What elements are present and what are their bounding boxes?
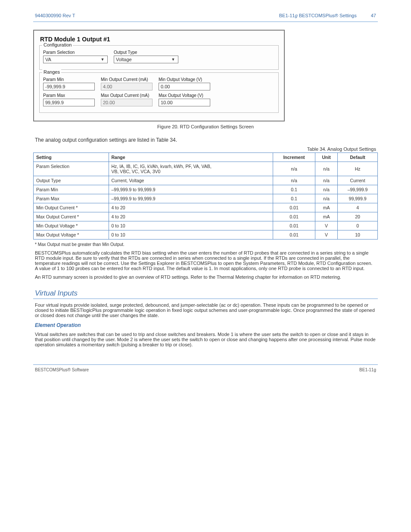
table-row: Param Min–99,999.9 to 99,999.90.1n/a–99,…: [34, 185, 378, 194]
chevron-down-icon: ▼: [170, 57, 176, 62]
table-row: Max Output Voltage *0 to 100.01V10: [34, 230, 378, 240]
th-setting: Setting: [34, 153, 109, 162]
max-voltage-label: Max Output Voltage (V): [159, 93, 210, 98]
min-current-label: Min Output Current (mA): [101, 77, 153, 82]
group-configuration: Configuration Param Selection VA ▼ Outpu…: [39, 45, 279, 70]
min-current-input: 4.00: [101, 83, 153, 90]
table-footnote: * Max Output must be greater than Min Ou…: [35, 242, 376, 247]
chevron-down-icon: ▼: [100, 57, 106, 62]
th-increment: Increment: [273, 153, 315, 162]
header-left: 9440300990 Rev T: [35, 13, 75, 18]
param-min-label: Param Min: [43, 77, 95, 82]
figure-caption: Figure 20. RTD Configuration Settings Sc…: [33, 124, 378, 129]
table-row: Min Output Voltage *0 to 100.01V0: [34, 221, 378, 230]
group-ranges: Ranges Param Min -99,999.9 Min Output Cu…: [39, 72, 279, 113]
header-right: BE1-11g BESTCOMSPlus® Settings 47: [279, 13, 376, 18]
table-label: Table 34. Analog Output Settings: [307, 146, 376, 152]
settings-table: Setting Range Increment Unit Default Par…: [33, 152, 378, 240]
th-range: Range: [109, 153, 273, 162]
param-min-input[interactable]: -99,999.9: [43, 83, 95, 90]
table-row: Param SelectionHz, IA, IB, IC, IG, kVAh,…: [34, 162, 378, 176]
max-current-input: 20.00: [101, 99, 153, 106]
param-selection-label: Param Selection: [43, 50, 108, 55]
element-body: Virtual switches are switches that can b…: [35, 332, 376, 347]
th-unit: Unit: [315, 153, 338, 162]
intro-text: The analog output configuration settings…: [35, 137, 378, 143]
table-row: Max Output Current *4 to 200.01mA20: [34, 212, 378, 221]
param-selection-select[interactable]: VA ▼: [43, 56, 108, 63]
output-type-select[interactable]: Voltage ▼: [114, 56, 178, 63]
param-max-input[interactable]: 99,999.9: [43, 99, 95, 106]
section-virtual-inputs: Virtual Inputs: [35, 289, 376, 298]
table-row: Min Output Current *4 to 200.01mA4: [34, 203, 378, 212]
settings-screenshot: RTD Module 1 Output #1 Configuration Par…: [33, 30, 285, 121]
max-voltage-input[interactable]: 10.00: [159, 99, 210, 106]
min-voltage-label: Min Output Voltage (V): [159, 77, 210, 82]
virtual-body: Four virtual inputs provide isolated, su…: [35, 302, 376, 318]
footer-left: BESTCOMSPlus® Software: [35, 367, 89, 372]
table-row: Param Max–99,999.9 to 99,999.90.1n/a99,9…: [34, 194, 378, 203]
max-current-label: Max Output Current (mA): [101, 93, 153, 98]
rtd-body-1: BESTCOMSPlus automatically calculates th…: [35, 250, 376, 271]
footer-right: BE1-11g: [359, 367, 376, 372]
rtd-body-2: An RTD summary screen is provided to giv…: [35, 274, 376, 280]
th-default: Default: [338, 153, 378, 162]
screenshot-title: RTD Module 1 Output #1: [40, 36, 280, 43]
min-voltage-input[interactable]: 0.00: [159, 83, 210, 90]
output-type-label: Output Type: [114, 50, 178, 55]
table-row: Output TypeCurrent, Voltagen/an/aCurrent: [34, 176, 378, 185]
subsection-element-operation: Element Operation: [35, 322, 376, 328]
param-max-label: Param Max: [43, 93, 95, 98]
